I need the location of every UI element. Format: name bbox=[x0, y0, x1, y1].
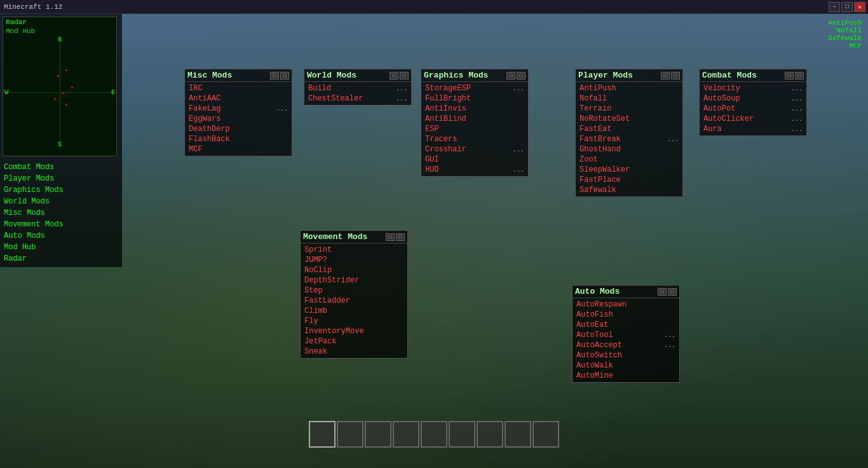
sidebar-item-misc-mods[interactable]: Misc Mods bbox=[4, 207, 118, 219]
auto-mods-collapse[interactable]: □ bbox=[668, 288, 677, 296]
movement-mods-collapse[interactable]: □ bbox=[396, 233, 405, 241]
list-item[interactable]: AutoRespawn bbox=[573, 299, 679, 310]
hotbar-slot-9[interactable] bbox=[532, 421, 559, 448]
list-item[interactable]: DepthStrider bbox=[301, 275, 407, 286]
list-item[interactable]: AutoAccept... bbox=[573, 340, 679, 350]
list-item[interactable]: AutoMine bbox=[573, 371, 679, 381]
hotbar-slot-1[interactable] bbox=[309, 421, 336, 448]
graphics-mods-controls[interactable]: □ □ bbox=[506, 72, 526, 79]
combat-mods-controls[interactable]: □ □ bbox=[785, 72, 804, 79]
hotbar-slot-4[interactable] bbox=[393, 421, 419, 448]
list-item[interactable]: Terrain bbox=[576, 104, 682, 114]
list-item[interactable]: FastBreak... bbox=[576, 134, 682, 144]
list-item[interactable]: IRC bbox=[185, 83, 292, 93]
world-mods-toggle[interactable]: □ bbox=[390, 72, 398, 79]
sidebar-item-world-mods[interactable]: World Mods bbox=[4, 196, 118, 207]
hotbar-slot-8[interactable] bbox=[505, 421, 531, 448]
world-mods-controls[interactable]: □ □ bbox=[390, 72, 409, 79]
list-item[interactable]: AutoEat bbox=[573, 320, 679, 330]
list-item[interactable]: Velocity... bbox=[700, 83, 806, 93]
world-mods-header[interactable]: World Mods □ □ bbox=[304, 69, 411, 82]
list-item[interactable]: GhostHand bbox=[576, 144, 682, 155]
world-mods-collapse[interactable]: □ bbox=[400, 72, 409, 79]
list-item[interactable]: FullBright bbox=[421, 93, 528, 104]
list-item[interactable]: Aura... bbox=[700, 124, 806, 134]
auto-mods-toggle[interactable]: □ bbox=[658, 288, 667, 296]
sidebar-item-mod-hub[interactable]: Mod Hub bbox=[4, 242, 118, 253]
combat-mods-collapse[interactable]: □ bbox=[795, 72, 804, 79]
list-item[interactable]: Sprint bbox=[301, 245, 407, 255]
list-item[interactable]: FastLadder bbox=[301, 296, 407, 306]
misc-mods-toggle[interactable]: □ bbox=[270, 72, 279, 79]
list-item[interactable]: MCF bbox=[185, 144, 292, 155]
list-item[interactable]: Fly bbox=[301, 316, 407, 326]
list-item[interactable]: FastPlace bbox=[576, 175, 682, 185]
hotbar-slot-7[interactable] bbox=[477, 421, 503, 448]
hotbar-slot-2[interactable] bbox=[337, 421, 363, 448]
list-item[interactable]: JUMP? bbox=[301, 255, 407, 265]
list-item[interactable]: FakeLag... bbox=[185, 104, 292, 114]
list-item[interactable]: DeathDerp bbox=[185, 124, 292, 134]
sidebar-item-combat-mods[interactable]: Combat Mods bbox=[4, 162, 118, 173]
combat-mods-header[interactable]: Combat Mods □ □ bbox=[700, 69, 806, 82]
player-mods-controls[interactable]: □ □ bbox=[661, 72, 680, 79]
list-item[interactable]: AntiAAC bbox=[185, 93, 292, 104]
list-item[interactable]: AutoPot... bbox=[700, 104, 806, 114]
list-item[interactable]: SleepWalker bbox=[576, 165, 682, 175]
list-item[interactable]: AutoSoup... bbox=[700, 93, 806, 104]
list-item[interactable]: Nofall bbox=[576, 93, 682, 104]
list-item[interactable]: Safewalk bbox=[576, 185, 682, 195]
hotbar-slot-5[interactable] bbox=[421, 421, 447, 448]
auto-mods-controls[interactable]: □ □ bbox=[658, 288, 677, 296]
list-item[interactable]: NoRotateSet bbox=[576, 114, 682, 124]
list-item[interactable]: EggWars bbox=[185, 114, 292, 124]
list-item[interactable]: AutoClicker... bbox=[700, 114, 806, 124]
close-button[interactable]: ✕ bbox=[854, 2, 865, 12]
list-item[interactable]: ChestStealer... bbox=[304, 93, 411, 104]
movement-mods-header[interactable]: Movement Mods □ □ bbox=[301, 231, 407, 244]
list-item[interactable]: Tracers bbox=[421, 134, 528, 144]
list-item[interactable]: AutoTool... bbox=[573, 330, 679, 340]
list-item[interactable]: GUI bbox=[421, 155, 528, 165]
list-item[interactable]: Climb bbox=[301, 306, 407, 316]
movement-mods-controls[interactable]: □ □ bbox=[386, 233, 405, 241]
list-item[interactable]: AutoFish bbox=[573, 310, 679, 320]
list-item[interactable]: AutoSwitch bbox=[573, 350, 679, 361]
movement-mods-toggle[interactable]: □ bbox=[386, 233, 395, 241]
list-item[interactable]: Sneak bbox=[301, 347, 407, 357]
list-item[interactable]: AntiBlind bbox=[421, 114, 528, 124]
list-item[interactable]: AutoWalk bbox=[573, 361, 679, 371]
maximize-button[interactable]: □ bbox=[841, 2, 853, 12]
list-item[interactable]: AntiPush bbox=[576, 83, 682, 93]
misc-mods-collapse[interactable]: □ bbox=[280, 72, 289, 79]
graphics-mods-header[interactable]: Graphics Mods □ □ bbox=[421, 69, 528, 82]
graphics-mods-toggle[interactable]: □ bbox=[506, 72, 515, 79]
graphics-mods-collapse[interactable]: □ bbox=[517, 72, 526, 79]
list-item[interactable]: Zoot bbox=[576, 155, 682, 165]
list-item[interactable]: Step bbox=[301, 286, 407, 296]
sidebar-item-movement-mods[interactable]: Movement Mods bbox=[4, 219, 118, 230]
list-item[interactable]: InventoryMove bbox=[301, 326, 407, 336]
list-item[interactable]: Crosshair... bbox=[421, 144, 528, 155]
player-mods-collapse[interactable]: □ bbox=[671, 72, 680, 79]
list-item[interactable]: FastEat bbox=[576, 124, 682, 134]
auto-mods-header[interactable]: Auto Mods □ □ bbox=[573, 286, 679, 298]
minimize-button[interactable]: - bbox=[829, 2, 840, 12]
sidebar-item-graphics-mods[interactable]: Graphics Mods bbox=[4, 184, 118, 196]
hotbar-slot-6[interactable] bbox=[449, 421, 475, 448]
list-item[interactable]: StorageESP... bbox=[421, 83, 528, 93]
list-item[interactable]: ESP bbox=[421, 124, 528, 134]
player-mods-toggle[interactable]: □ bbox=[661, 72, 670, 79]
list-item[interactable]: HUD... bbox=[421, 165, 528, 175]
sidebar-item-auto-mods[interactable]: Auto Mods bbox=[4, 230, 118, 242]
sidebar-item-radar[interactable]: Radar bbox=[4, 253, 118, 265]
misc-mods-controls[interactable]: □ □ bbox=[270, 72, 289, 79]
list-item[interactable]: Build... bbox=[304, 83, 411, 93]
misc-mods-header[interactable]: Misc Mods □ □ bbox=[185, 69, 292, 82]
list-item[interactable]: NoClip bbox=[301, 265, 407, 275]
titlebar-buttons[interactable]: - □ ✕ bbox=[829, 2, 868, 12]
list-item[interactable]: AntiInvis bbox=[421, 104, 528, 114]
player-mods-header[interactable]: Player Mods □ □ bbox=[576, 69, 682, 82]
list-item[interactable]: JetPack bbox=[301, 336, 407, 347]
sidebar-item-player-mods[interactable]: Player Mods bbox=[4, 173, 118, 184]
